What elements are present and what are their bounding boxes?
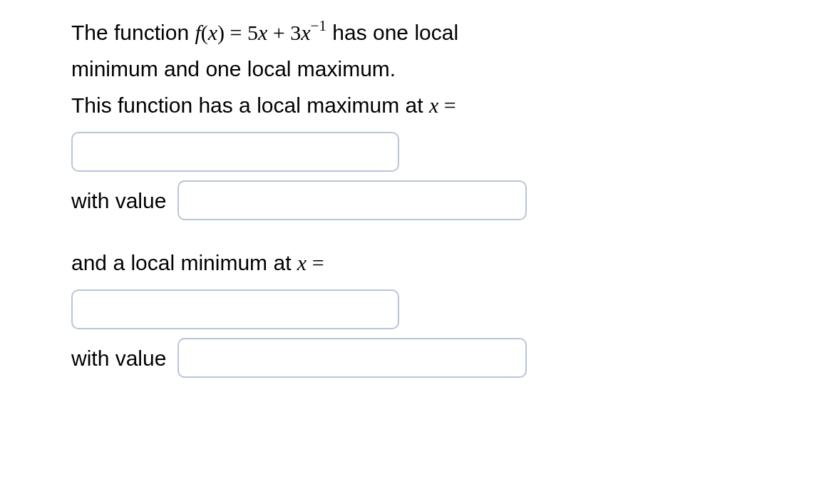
exp-1: 1 xyxy=(319,17,326,34)
math-lparen: ( xyxy=(201,21,208,44)
line-1: The function f(x) = 5x + 3x−1 has one lo… xyxy=(71,14,763,51)
input-max-value[interactable] xyxy=(177,180,527,220)
problem-content: The function f(x) = 5x + 3x−1 has one lo… xyxy=(71,14,763,378)
text-local-max: This function has a local maximum at xyxy=(71,93,429,117)
text-the-function: The function xyxy=(71,21,195,44)
text-with-value-1: with value xyxy=(71,182,166,219)
math-plus: + xyxy=(267,21,290,44)
math-x: x xyxy=(208,21,217,44)
line-min: and a local minimum at x = xyxy=(71,245,763,281)
input-row-min-value: with value xyxy=(71,338,763,378)
text-has-one-local: has one local xyxy=(326,21,458,44)
math-eq-sign: = xyxy=(438,93,455,117)
math-5: 5 xyxy=(247,21,258,44)
input-min-x[interactable] xyxy=(71,289,399,329)
line-2: minimum and one local maximum. xyxy=(71,51,763,87)
math-equals: = xyxy=(225,21,247,44)
input-row-max-value: with value xyxy=(71,180,763,220)
exp-neg: − xyxy=(311,17,319,34)
math-eq-sign2: = xyxy=(307,251,324,274)
math-x-eq: x xyxy=(429,93,438,117)
input-row-min-x xyxy=(71,289,763,329)
line-3: This function has a local maximum at x = xyxy=(71,87,763,123)
math-x1: x xyxy=(258,21,267,44)
math-x2: x xyxy=(301,21,310,44)
input-row-max-x xyxy=(71,132,763,172)
input-min-value[interactable] xyxy=(177,338,527,378)
input-max-x[interactable] xyxy=(71,132,399,172)
text-with-value-2: with value xyxy=(71,340,166,376)
math-rparen: ) xyxy=(217,21,225,44)
text-local-min: and a local minimum at xyxy=(71,251,297,274)
math-3: 3 xyxy=(290,21,301,44)
math-exponent: −1 xyxy=(311,17,326,34)
math-x-eq2: x xyxy=(297,251,307,274)
math-f: f xyxy=(195,21,200,44)
